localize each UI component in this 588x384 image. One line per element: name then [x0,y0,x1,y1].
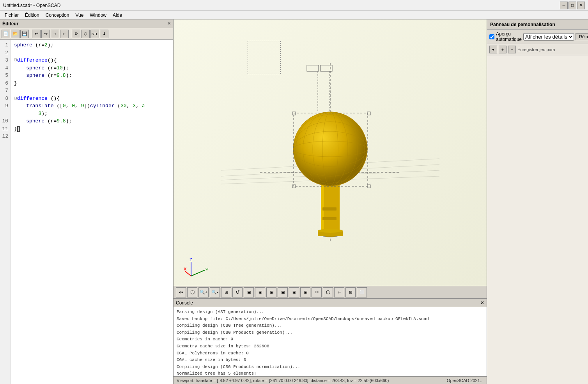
viewport-info: Viewport: translate = [-8.52 +4.97 0.42]… [177,378,389,383]
menu-conception[interactable]: Conception [43,12,73,19]
view-panel: Y X Z ⇔ ⬡ 🔍+ 🔍- ⊞ ↺ ▣ ▣ ▣ ▣ ▣ ▣ ✂ ⬡ ⊢ ⊞ … [174,19,487,384]
console-header: Console ✕ [174,299,487,307]
window-title: Untitled.scad* - OpenSCAD [3,3,60,8]
editor-content[interactable]: 1 2 3 4 5 6 7 8 9 10 11 12 sphere (r=2);… [0,40,173,384]
dropdown-chevron[interactable]: ▾ [489,46,497,53]
menu-edition[interactable]: Édition [22,12,43,19]
vp-left-button[interactable]: ▣ [266,287,276,297]
menubar: Fichier Édition Conception Vue Window Ai… [0,11,588,19]
redo-button[interactable]: ↪ [41,30,50,38]
vp-front-button[interactable]: ▣ [289,287,299,297]
svg-point-14 [293,112,367,186]
menu-window[interactable]: Window [87,12,110,19]
svg-point-13 [318,229,343,233]
vp-fit-button[interactable]: ⬜ [357,287,367,297]
export-button[interactable]: ⬇ [100,30,108,38]
save-param-label: Enregistrer jeu para [517,47,555,52]
export-stl-button[interactable]: STL [90,30,99,38]
console-line: Geometries in cache: 9 [177,336,484,343]
auto-preview-text: Aperçu automatique [496,31,522,42]
version-info: OpenSCAD 2021... [447,378,484,383]
param-remove-button[interactable]: − [508,46,516,53]
vp-render-button[interactable]: ⬡ [323,287,333,297]
undo-button[interactable]: ↩ [32,30,41,38]
console-line: Geometry cache size in bytes: 262608 [177,343,484,350]
preview-button[interactable]: ⚙ [72,30,80,38]
editor-title: Éditeur [2,21,18,27]
console-line: CGAL Polyhedrons in cache: 0 [177,350,484,357]
svg-rect-27 [367,185,370,188]
statusbar: Viewport: translate = [-8.52 +4.97 0.42]… [174,376,487,384]
menu-fichier[interactable]: Fichier [2,12,22,19]
render-button[interactable]: ⬡ [81,30,90,38]
console-title: Console [176,300,193,306]
viewport-toolbar: ⇔ ⬡ 🔍+ 🔍- ⊞ ↺ ▣ ▣ ▣ ▣ ▣ ▣ ✂ ⬡ ⊢ ⊞ ⬜ [174,286,487,298]
editor-toolbar: 📄 📂 💾 ↩ ↪ ⇥ ⇤ ⚙ ⬡ STL ⬇ [0,28,173,40]
right-param-toolbar: ▾ + − Enregistrer jeu para [487,44,588,55]
console-line: CGAL cache size in bytes: 0 [177,357,484,364]
console-line: Parsing design (AST generation)... [177,309,484,316]
auto-preview-checkbox[interactable] [489,34,494,39]
menu-aide[interactable]: Aide [110,12,125,19]
editor-close-button[interactable]: ✕ [167,21,171,26]
vp-zoom-in-button[interactable]: 🔍+ [198,287,209,297]
indent-button[interactable]: ⇥ [51,30,59,38]
console-line: Compiling design (CSG Products generatio… [177,329,484,336]
axis-svg: Y X Z [183,257,211,284]
vp-right-button[interactable]: ▣ [278,287,288,297]
right-panel: Panneau de personnalisation Aperçu autom… [487,19,588,384]
code-editor[interactable]: sphere (r=2); ⊟difference(){ sphere (r=1… [11,40,173,384]
new-button[interactable]: 📄 [2,30,10,38]
vp-bottom-button[interactable]: ▣ [255,287,265,297]
right-panel-toolbar: Aperçu automatique Afficher les détails … [487,30,588,44]
svg-text:Z: Z [190,257,192,262]
right-panel-content [487,55,588,384]
line-numbers: 1 2 3 4 5 6 7 8 9 10 11 12 [0,40,11,384]
vp-back-button[interactable]: ▣ [300,287,310,297]
vp-reset-button[interactable]: ↺ [232,287,243,297]
console-line: Compiling design (CSG Products normaliza… [177,364,484,371]
vp-top-button[interactable]: ▣ [244,287,254,297]
minimize-button[interactable]: ─ [560,2,568,9]
svg-line-33 [185,271,191,276]
vp-grid-button[interactable]: ⊞ [345,287,356,297]
vp-axes-button[interactable]: ⊢ [334,287,344,297]
console-close-button[interactable]: ✕ [480,300,484,306]
titlebar: Untitled.scad* - OpenSCAD ─ □ ✕ [0,0,588,11]
svg-line-32 [191,270,205,276]
right-panel-title: Panneau de personnalisation [487,19,588,30]
viewport[interactable]: Y X Z [174,19,487,286]
console-line: Normalized tree has 5 elements! [177,370,484,376]
svg-text:Y: Y [205,267,209,272]
vp-zoom-fit-button[interactable]: ⊞ [221,287,231,297]
svg-rect-8 [322,207,337,211]
axis-indicator: Y X Z [183,257,207,280]
vp-zoom-out-button[interactable]: 🔍- [210,287,220,297]
editor-panel: Éditeur ✕ 📄 📂 💾 ↩ ↪ ⇥ ⇤ ⚙ ⬡ STL ⬇ 1 2 3 … [0,19,174,384]
svg-rect-24 [292,112,296,115]
vp-cross-section-button[interactable]: ✂ [312,287,322,297]
main-layout: Éditeur ✕ 📄 📂 💾 ↩ ↪ ⇥ ⇤ ⚙ ⬡ STL ⬇ 1 2 3 … [0,19,588,384]
unindent-button[interactable]: ⇤ [60,30,69,38]
model-svg [221,44,439,262]
svg-text:X: X [184,267,187,271]
auto-preview-label[interactable]: Aperçu automatique [489,31,522,42]
scene-container [174,19,487,286]
vp-drag-button[interactable]: ⇔ [176,287,186,297]
window-controls: ─ □ ✕ [560,2,585,9]
console-line: Saved backup file: C:/Users/julie/OneDri… [177,316,484,323]
param-add-button[interactable]: + [499,46,507,53]
console-content[interactable]: Parsing design (AST generation)... Saved… [174,307,487,376]
close-button[interactable]: ✕ [577,2,585,9]
reset-button[interactable]: Réinitialiser [576,33,588,40]
svg-rect-28 [307,65,319,71]
save-button[interactable]: 💾 [20,30,29,38]
menu-vue[interactable]: Vue [72,12,87,19]
details-dropdown[interactable]: Afficher les détails [523,33,574,41]
svg-rect-9 [322,217,337,220]
open-button[interactable]: 📂 [11,30,19,38]
maximize-button[interactable]: □ [569,2,576,9]
vp-view-button[interactable]: ⬡ [187,287,197,297]
console-panel: Console ✕ Parsing design (AST generation… [174,298,487,376]
editor-header: Éditeur ✕ [0,19,173,28]
